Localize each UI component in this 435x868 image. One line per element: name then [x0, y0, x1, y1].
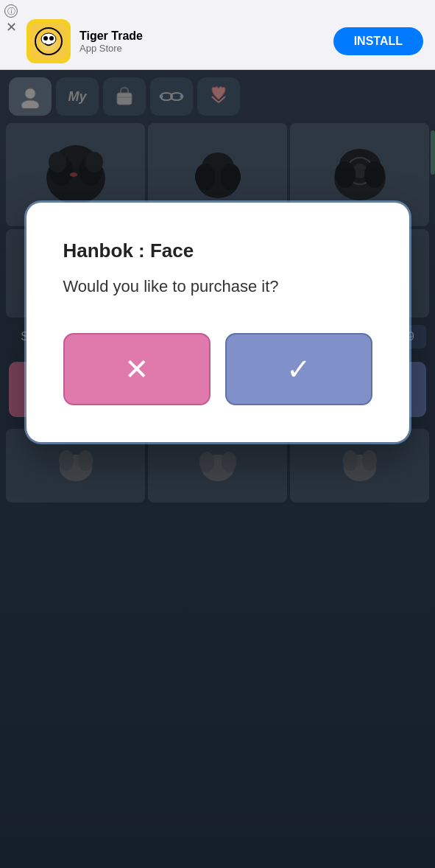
dialog-buttons: ✕ ✓	[63, 333, 372, 405]
purchase-dialog: Hanbok : Face Would you like to purchase…	[26, 203, 409, 442]
dialog-title: Hanbok : Face	[63, 239, 372, 262]
svg-point-3	[41, 33, 56, 45]
svg-point-5	[49, 36, 54, 41]
check-icon: ✓	[286, 352, 311, 386]
dialog-message: Would you like to purchase it?	[63, 277, 372, 296]
dialog-overlay: Hanbok : Face Would you like to purchase…	[0, 70, 435, 868]
app-store-banner: ⓘ ✕ Tiger Trade App Store INSTALL	[0, 0, 435, 70]
dialog-cancel-button[interactable]: ✕	[63, 333, 211, 405]
install-button[interactable]: INSTALL	[333, 27, 423, 55]
close-icon[interactable]: ✕	[6, 19, 17, 35]
x-icon: ✕	[124, 352, 149, 386]
store-name: App Store	[79, 43, 143, 54]
banner-text: Tiger Trade App Store	[79, 29, 143, 54]
app-icon	[26, 19, 71, 63]
dialog-confirm-button[interactable]: ✓	[225, 333, 372, 405]
svg-point-4	[43, 36, 48, 41]
app-name: Tiger Trade	[79, 29, 143, 43]
info-icon[interactable]: ⓘ	[4, 4, 18, 18]
